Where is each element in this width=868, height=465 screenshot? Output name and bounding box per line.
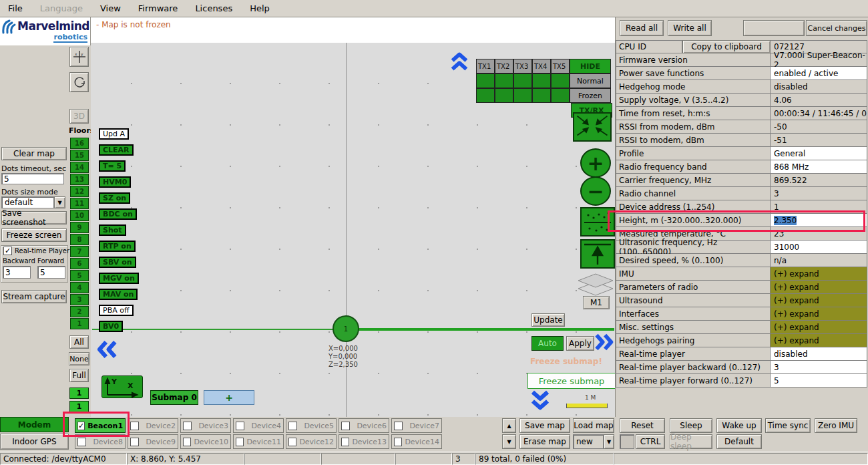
rotate-tool-button[interactable] bbox=[69, 72, 89, 92]
floor-button[interactable]: 15 bbox=[70, 150, 89, 161]
apply-button[interactable]: Apply bbox=[566, 336, 594, 351]
parameter-row[interactable]: Radio frequency band 868 MHz bbox=[616, 160, 867, 174]
parameter-value[interactable]: disabled bbox=[771, 347, 867, 361]
m1-button[interactable]: M1 bbox=[583, 296, 610, 309]
map-toggle-button[interactable]: SZ on bbox=[99, 192, 130, 204]
device-cell[interactable]: Device12 bbox=[286, 434, 337, 449]
zoom-out-button[interactable]: − bbox=[580, 176, 611, 206]
map-toggle-button[interactable]: RTP on bbox=[99, 241, 136, 252]
collapse-up-icon[interactable] bbox=[450, 52, 469, 72]
floor-button[interactable]: 9 bbox=[70, 222, 89, 233]
device-cell[interactable]: Device9 bbox=[128, 434, 178, 449]
device-cell[interactable]: Beacon1 bbox=[75, 418, 126, 433]
parameter-value[interactable]: (+) expand bbox=[771, 281, 867, 294]
device-cell[interactable]: Device14 bbox=[391, 434, 442, 449]
parameter-row[interactable]: Time from reset, h:m:s 00:00:34 / 11:46:… bbox=[616, 107, 867, 120]
erase-map-button[interactable]: Erase map bbox=[519, 434, 570, 449]
indoor-gps-button[interactable]: Indoor GPS bbox=[0, 434, 69, 450]
parameter-row[interactable]: Supply voltage, V (3.5..4.2) 4.06 bbox=[616, 94, 867, 107]
device-cell[interactable]: Device2 bbox=[128, 418, 178, 433]
device-checkbox[interactable] bbox=[183, 438, 191, 446]
parameter-value[interactable]: enabled / active bbox=[771, 67, 867, 80]
tx-normal-button[interactable]: Normal bbox=[570, 73, 611, 88]
save-screenshot-button[interactable]: Save screenshot bbox=[1, 211, 67, 224]
parameter-value[interactable]: 31000 bbox=[771, 241, 867, 254]
parameter-value[interactable]: (+) expand bbox=[771, 321, 867, 334]
modem-button[interactable]: Modem bbox=[0, 417, 69, 432]
clear-map-button[interactable]: Clear map bbox=[1, 147, 67, 160]
stream-capture-button[interactable]: Stream capture bbox=[1, 290, 67, 303]
default-button[interactable]: Default bbox=[716, 434, 762, 449]
device-checkbox[interactable] bbox=[77, 438, 86, 446]
device-cell[interactable]: Device5 bbox=[286, 418, 337, 433]
floor-button[interactable]: 2 bbox=[70, 306, 89, 317]
parameter-row[interactable]: Parameters of radio (+) expand bbox=[616, 281, 867, 294]
load-map-button[interactable]: Load map bbox=[573, 418, 614, 433]
map-toggle-button[interactable]: T= 5 bbox=[99, 160, 126, 172]
map-file-select[interactable]: new ▼ bbox=[573, 434, 614, 449]
map-toggle-button[interactable]: SBV on bbox=[99, 257, 136, 268]
parameter-value[interactable]: V7.000i Super-Beacon-2 bbox=[771, 53, 867, 67]
device-checkbox[interactable] bbox=[130, 422, 139, 430]
menu-item[interactable]: Help bbox=[250, 3, 270, 13]
map-toggle-button[interactable]: PBA off bbox=[99, 305, 134, 316]
parameter-row[interactable]: Firmware version V7.000i Super-Beacon-2 bbox=[616, 53, 867, 67]
floor-button[interactable]: 10 bbox=[70, 210, 89, 221]
wake-up-button[interactable]: Wake up bbox=[716, 418, 762, 433]
time-sync-button[interactable]: Time sync bbox=[765, 418, 811, 433]
expand-left-icon[interactable] bbox=[96, 339, 118, 359]
add-submap-button[interactable]: + bbox=[204, 390, 254, 405]
parameter-row[interactable]: IMU (+) expand bbox=[616, 267, 867, 281]
map-toggle-button[interactable]: HVM0 bbox=[99, 176, 131, 188]
device-cell[interactable]: Device13 bbox=[339, 434, 389, 449]
device-checkbox[interactable] bbox=[394, 422, 403, 430]
floors-full-button[interactable]: Full bbox=[69, 369, 89, 382]
submap-1-button[interactable]: 1 bbox=[69, 388, 89, 399]
map-toggle-button[interactable]: MGV on bbox=[99, 273, 139, 284]
floor-button[interactable]: 12 bbox=[70, 186, 89, 197]
map-toggle-button[interactable]: Shot bbox=[99, 224, 126, 236]
ctrl-checkbox[interactable] bbox=[620, 434, 634, 449]
parameter-row[interactable]: Real-time player disabled bbox=[616, 347, 867, 361]
device-cell[interactable]: Device6 bbox=[339, 418, 389, 433]
backward-input[interactable]: 3 bbox=[3, 266, 31, 279]
collapse-down-icon[interactable] bbox=[530, 389, 550, 410]
device-checkbox[interactable] bbox=[288, 438, 296, 446]
device-cell[interactable]: Device3 bbox=[180, 418, 231, 433]
parameter-row[interactable]: Misc. settings (+) expand bbox=[616, 321, 867, 334]
write-all-button[interactable]: Write all bbox=[668, 20, 712, 36]
blank-button[interactable] bbox=[743, 20, 805, 36]
device-cell[interactable]: Device8 bbox=[75, 434, 126, 449]
parameter-value[interactable]: 4.06 bbox=[771, 94, 867, 107]
floor-button[interactable]: 3 bbox=[70, 294, 89, 305]
parameter-value[interactable]: disabled bbox=[771, 80, 867, 94]
parameter-row[interactable]: Hedgehogs pairing (+) expand bbox=[616, 334, 867, 347]
floor-button[interactable]: 5 bbox=[70, 270, 89, 281]
zoom-in-button[interactable]: + bbox=[580, 148, 611, 178]
parameter-row[interactable]: Profile General bbox=[616, 147, 867, 160]
device-checkbox[interactable] bbox=[183, 422, 192, 430]
floor-button[interactable]: 14 bbox=[70, 162, 89, 173]
beacon-1-marker[interactable]: 1 bbox=[333, 315, 359, 342]
device-checkbox[interactable] bbox=[236, 422, 244, 430]
menu-item[interactable]: File bbox=[8, 3, 23, 13]
layers-icon[interactable] bbox=[576, 273, 616, 298]
fit-to-screen-icon[interactable] bbox=[573, 112, 612, 142]
parameter-row[interactable]: RSSI to modem, dBm -51 bbox=[616, 134, 867, 147]
parameter-row[interactable]: Ultrasonic frequency, Hz (100..65000) 31… bbox=[616, 241, 867, 254]
parameter-row[interactable]: Device address (1..254) 1 bbox=[616, 200, 867, 214]
map-toggle-button[interactable]: BV0 bbox=[99, 321, 123, 332]
floor-button[interactable]: 7 bbox=[70, 246, 89, 257]
save-map-button[interactable]: Save map bbox=[519, 418, 570, 433]
parameter-value[interactable]: 1 bbox=[771, 200, 867, 214]
device-checkbox[interactable] bbox=[130, 438, 139, 446]
map-toggle-button[interactable]: Upd A bbox=[99, 128, 129, 140]
dots-timeout-input[interactable]: 5 bbox=[1, 173, 64, 184]
parameter-value[interactable]: (+) expand bbox=[771, 334, 867, 347]
xy-crosshair-tool-button[interactable]: xy bbox=[69, 47, 89, 67]
floor-button[interactable]: 6 bbox=[70, 258, 89, 269]
parameter-value[interactable]: -50 bbox=[771, 120, 867, 134]
freeze-screen-button[interactable]: Freeze screen bbox=[1, 228, 67, 242]
parameter-value[interactable]: 868 MHz bbox=[771, 160, 867, 174]
parameter-row[interactable]: RSSI from modem, dBm -50 bbox=[616, 120, 867, 134]
